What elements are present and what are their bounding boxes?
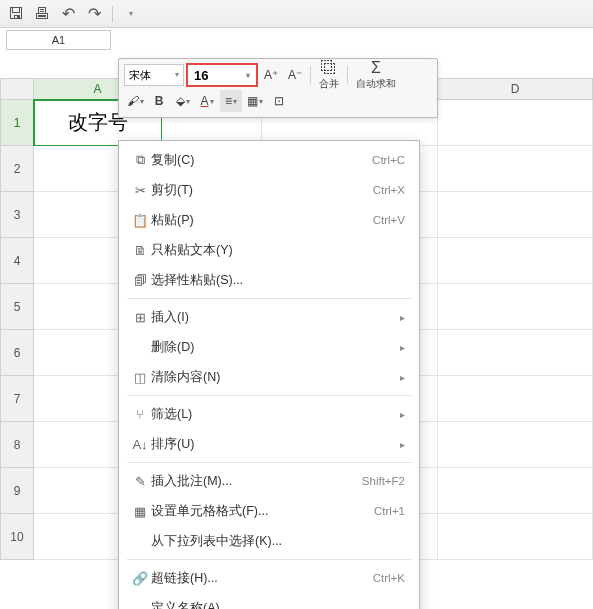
menu-item-icon: ⊞ <box>129 310 151 325</box>
font-name-select[interactable]: 宋体 ▾ <box>124 64 184 86</box>
menu-item-icon: ⧉ <box>129 152 151 168</box>
menu-item[interactable]: 定义名称(A)... <box>119 593 419 609</box>
menu-item-label: 超链接(H)... <box>151 570 373 587</box>
font-color-button[interactable]: A <box>196 90 218 112</box>
chevron-right-icon: ▸ <box>400 409 405 420</box>
row-header[interactable]: 1 <box>0 100 34 146</box>
chevron-right-icon: ▸ <box>400 372 405 383</box>
menu-item-label: 从下拉列表中选择(K)... <box>151 533 405 550</box>
cell[interactable] <box>438 514 593 560</box>
font-size-select[interactable]: 16 ▾ <box>186 63 258 87</box>
menu-item-label: 选择性粘贴(S)... <box>151 272 405 289</box>
menu-item-shortcut: Ctrl+1 <box>374 505 405 517</box>
menu-separator <box>127 462 411 463</box>
cell[interactable] <box>438 284 593 330</box>
chevron-right-icon: ▸ <box>400 439 405 450</box>
namebox-row: A1 <box>0 28 593 50</box>
row-header[interactable]: 9 <box>0 468 34 514</box>
cell[interactable] <box>438 468 593 514</box>
chevron-right-icon: ▸ <box>400 342 405 353</box>
menu-item[interactable]: A↓排序(U)▸ <box>119 429 419 459</box>
align-button[interactable]: ≡ <box>220 90 242 112</box>
format-painter-button[interactable]: 🖌 <box>124 90 146 112</box>
menu-item-icon: ▦ <box>129 504 151 519</box>
chevron-down-icon: ▾ <box>246 71 250 80</box>
menu-item[interactable]: ⧉复制(C)Ctrl+C <box>119 145 419 175</box>
column-header[interactable]: D <box>438 78 593 100</box>
decrease-font-button[interactable]: A⁻ <box>284 64 306 86</box>
menu-item-label: 插入(I) <box>151 309 394 326</box>
menu-separator <box>127 298 411 299</box>
row-header[interactable]: 6 <box>0 330 34 376</box>
menu-item-icon: A↓ <box>129 437 151 452</box>
cell[interactable] <box>438 376 593 422</box>
menu-item[interactable]: 🗎只粘贴文本(Y) <box>119 235 419 265</box>
undo-icon[interactable]: ↶ <box>60 6 76 22</box>
menu-item-label: 剪切(T) <box>151 182 373 199</box>
menu-item-label: 复制(C) <box>151 152 372 169</box>
menu-item[interactable]: ⊞插入(I)▸ <box>119 302 419 332</box>
number-format-button[interactable]: ⊡ <box>268 90 290 112</box>
menu-item-icon: 🗎 <box>129 243 151 258</box>
menu-item-shortcut: Shift+F2 <box>362 475 405 487</box>
qat-separator <box>112 6 113 22</box>
menu-item-label: 粘贴(P) <box>151 212 373 229</box>
mini-toolbar: 宋体 ▾ 16 ▾ A⁺ A⁻ ⿻ 合并 Σ 自动求和 🖌 B ⬙ A ≡ ▦ … <box>118 58 438 118</box>
select-all-corner[interactable] <box>0 78 34 100</box>
cell[interactable] <box>438 422 593 468</box>
menu-item-icon: ◫ <box>129 370 151 385</box>
menu-item[interactable]: ▦设置单元格格式(F)...Ctrl+1 <box>119 496 419 526</box>
save-icon[interactable]: 🖫 <box>8 6 24 22</box>
menu-item-icon: 📋 <box>129 213 151 228</box>
cell[interactable] <box>438 100 593 146</box>
menu-item-shortcut: Ctrl+C <box>372 154 405 166</box>
row-header[interactable]: 5 <box>0 284 34 330</box>
row-header[interactable]: 3 <box>0 192 34 238</box>
menu-item[interactable]: 🔗超链接(H)...Ctrl+K <box>119 563 419 593</box>
toolbar-separator <box>347 66 348 84</box>
menu-item[interactable]: 删除(D)▸ <box>119 332 419 362</box>
fill-color-button[interactable]: ⬙ <box>172 90 194 112</box>
cell[interactable] <box>438 330 593 376</box>
menu-item-label: 筛选(L) <box>151 406 394 423</box>
redo-icon[interactable]: ↷ <box>86 6 102 22</box>
print-icon[interactable]: 🖶 <box>34 6 50 22</box>
menu-item[interactable]: 🗐选择性粘贴(S)... <box>119 265 419 295</box>
merge-cells-button[interactable]: ⿻ 合并 <box>315 59 343 91</box>
merge-label: 合并 <box>319 77 339 91</box>
autosum-button[interactable]: Σ 自动求和 <box>352 59 400 91</box>
menu-item-icon: ✎ <box>129 474 151 489</box>
merge-icon: ⿻ <box>321 59 337 77</box>
cell[interactable] <box>438 192 593 238</box>
menu-item-label: 插入批注(M)... <box>151 473 362 490</box>
menu-item-shortcut: Ctrl+K <box>373 572 405 584</box>
row-header[interactable]: 10 <box>0 514 34 560</box>
menu-item[interactable]: ◫清除内容(N)▸ <box>119 362 419 392</box>
quick-access-toolbar: 🖫 🖶 ↶ ↷ ▾ <box>0 0 593 28</box>
borders-button[interactable]: ▦ <box>244 90 266 112</box>
menu-item-shortcut: Ctrl+X <box>373 184 405 196</box>
qat-customize-icon[interactable]: ▾ <box>123 6 139 22</box>
sigma-icon: Σ <box>371 59 381 77</box>
menu-item[interactable]: ✂剪切(T)Ctrl+X <box>119 175 419 205</box>
menu-item[interactable]: ⑂筛选(L)▸ <box>119 399 419 429</box>
row-header[interactable]: 4 <box>0 238 34 284</box>
name-box[interactable]: A1 <box>6 30 111 50</box>
menu-item-label: 设置单元格格式(F)... <box>151 503 374 520</box>
font-name-value: 宋体 <box>129 65 151 85</box>
menu-item[interactable]: 📋粘贴(P)Ctrl+V <box>119 205 419 235</box>
menu-item[interactable]: 从下拉列表中选择(K)... <box>119 526 419 556</box>
context-menu: ⧉复制(C)Ctrl+C✂剪切(T)Ctrl+X📋粘贴(P)Ctrl+V🗎只粘贴… <box>118 140 420 609</box>
row-header[interactable]: 2 <box>0 146 34 192</box>
cell[interactable] <box>438 238 593 284</box>
menu-item[interactable]: ✎插入批注(M)...Shift+F2 <box>119 466 419 496</box>
toolbar-separator <box>310 66 311 84</box>
row-header[interactable]: 7 <box>0 376 34 422</box>
bold-button[interactable]: B <box>148 90 170 112</box>
autosum-label: 自动求和 <box>356 77 396 91</box>
row-header[interactable]: 8 <box>0 422 34 468</box>
increase-font-button[interactable]: A⁺ <box>260 64 282 86</box>
chevron-right-icon: ▸ <box>400 312 405 323</box>
cell[interactable] <box>438 146 593 192</box>
font-size-value: 16 <box>194 68 208 83</box>
